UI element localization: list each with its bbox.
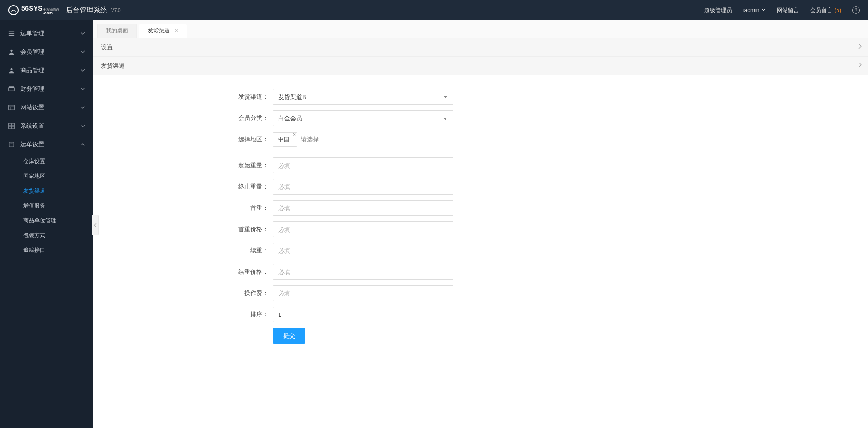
first-price-input[interactable] (273, 221, 453, 237)
sidebar-sub-vas[interactable]: 增值服务 (0, 198, 93, 213)
role-label: 超级管理员 (704, 6, 732, 14)
op-fee-input[interactable] (273, 285, 453, 301)
svg-rect-1 (9, 33, 14, 34)
sidebar-item-site-setting[interactable]: 网站设置 (0, 98, 93, 117)
first-weight-input[interactable] (273, 200, 453, 216)
wallet-icon (7, 86, 16, 92)
svg-point-4 (10, 68, 12, 70)
sidebar-sub-country[interactable]: 国家地区 (0, 169, 93, 183)
sidebar-sub-track[interactable]: 追踪接口 (0, 243, 93, 258)
close-icon[interactable]: ✕ (174, 28, 179, 34)
sidebar-sub-unit[interactable]: 商品单位管理 (0, 213, 93, 228)
list-icon (7, 30, 16, 37)
member-message-count: (5) (834, 7, 841, 13)
sort-input[interactable] (273, 307, 453, 322)
tab-channel[interactable]: 发货渠道 ✕ (139, 24, 187, 38)
sort-label: 排序： (93, 310, 273, 319)
sidebar-item-order-mgmt[interactable]: 运单管理 (0, 24, 93, 43)
member-cat-label: 会员分类： (93, 114, 273, 122)
top-header: 56SYS 全程物流通 .com 后台管理系统 V7.0 超级管理员 iadmi… (0, 0, 868, 20)
logo-icon (8, 5, 19, 15)
sidebar-sub-pack[interactable]: 包装方式 (0, 228, 93, 243)
cont-weight-label: 续重： (93, 246, 273, 255)
panel-settings[interactable]: 设置 (93, 38, 868, 57)
region-tag: 中国 × (273, 132, 297, 147)
tab-bar: 我的桌面 发货渠道 ✕ (93, 20, 868, 38)
logo[interactable]: 56SYS 全程物流通 .com (8, 5, 59, 15)
chevron-down-icon (81, 49, 85, 56)
grid-icon (7, 123, 16, 129)
sidebar: 运单管理 会员管理 商品管理 财务管理 网站设置 系统设置 (0, 20, 93, 428)
channel-label: 发货渠道： (93, 93, 273, 101)
submit-button[interactable]: 提交 (273, 328, 305, 344)
chevron-down-icon (81, 104, 85, 111)
user-icon (7, 49, 16, 55)
app-version: V7.0 (111, 8, 121, 13)
panel-channel[interactable]: 发货渠道 (93, 57, 868, 75)
svg-rect-8 (12, 123, 14, 126)
sidebar-item-product-mgmt[interactable]: 商品管理 (0, 61, 93, 80)
chevron-down-icon (81, 86, 85, 93)
region-prompt[interactable]: 请选择 (301, 135, 319, 144)
channel-form: 发货渠道： 发货渠道B 会员分类： 白金会员 选择地区： 中国 × 请选择 超始… (93, 75, 868, 368)
main-area: 我的桌面 发货渠道 ✕ 设置 发货渠道 发货渠道： 发货渠道B 会员分类： 白金… (93, 20, 868, 428)
brand-main: 56SYS (21, 5, 43, 12)
svg-point-3 (10, 50, 12, 52)
brand-sub: .com (43, 11, 59, 15)
first-weight-label: 首重： (93, 204, 273, 212)
layout-icon (7, 104, 16, 111)
end-weight-label: 终止重量： (93, 183, 273, 191)
svg-rect-2 (9, 35, 14, 36)
svg-rect-6 (9, 105, 14, 110)
remove-icon[interactable]: × (293, 132, 296, 137)
svg-rect-11 (9, 142, 14, 147)
cont-price-label: 续重价格： (93, 268, 273, 276)
svg-rect-10 (12, 126, 14, 129)
end-weight-input[interactable] (273, 179, 453, 195)
site-message-link[interactable]: 网站留言 (777, 6, 799, 14)
sidebar-item-order-setting[interactable]: 运单设置 (0, 135, 93, 154)
user-name: iadmin (743, 7, 759, 13)
start-weight-label: 超始重量： (93, 161, 273, 170)
member-cat-select[interactable]: 白金会员 (273, 110, 453, 126)
cont-price-input[interactable] (273, 264, 453, 280)
svg-rect-5 (9, 88, 14, 91)
sidebar-item-system-setting[interactable]: 系统设置 (0, 117, 93, 135)
svg-rect-0 (9, 31, 14, 32)
channel-select[interactable]: 发货渠道B (273, 89, 453, 105)
svg-rect-9 (9, 126, 11, 129)
chevron-right-icon (858, 44, 862, 50)
chevron-down-icon (81, 123, 85, 130)
chevron-down-icon (81, 67, 85, 74)
cont-weight-input[interactable] (273, 243, 453, 258)
tab-desktop[interactable]: 我的桌面 (97, 24, 137, 38)
sidebar-sub-channel[interactable]: 发货渠道 (0, 183, 93, 198)
chevron-right-icon (858, 62, 862, 69)
list-icon (7, 141, 16, 148)
chevron-down-icon (81, 30, 85, 37)
sidebar-item-finance-mgmt[interactable]: 财务管理 (0, 80, 93, 98)
svg-rect-7 (9, 123, 11, 126)
app-title: 后台管理系统 (66, 6, 107, 15)
region-label: 选择地区： (93, 135, 273, 144)
chevron-up-icon (81, 141, 85, 148)
chevron-down-icon (761, 7, 766, 13)
sidebar-collapse-toggle[interactable] (92, 215, 99, 235)
user-icon (7, 67, 16, 74)
sidebar-item-member-mgmt[interactable]: 会员管理 (0, 43, 93, 61)
help-icon[interactable]: ? (852, 6, 860, 14)
member-message-link[interactable]: 会员留言 (5) (810, 6, 841, 14)
user-menu[interactable]: iadmin (743, 7, 766, 13)
sidebar-sub-warehouse[interactable]: 仓库设置 (0, 154, 93, 169)
start-weight-input[interactable] (273, 157, 453, 173)
op-fee-label: 操作费： (93, 289, 273, 297)
first-price-label: 首重价格： (93, 225, 273, 233)
